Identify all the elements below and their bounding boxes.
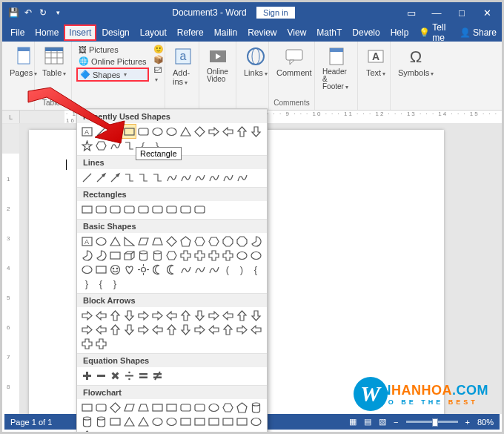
shape-option[interactable] xyxy=(80,401,93,414)
shape-option[interactable] xyxy=(193,203,206,216)
shape-option[interactable] xyxy=(94,309,107,322)
shape-option[interactable] xyxy=(94,263,107,276)
shape-option[interactable] xyxy=(179,263,192,276)
shape-option[interactable]: ) xyxy=(235,263,248,276)
web-layout-icon[interactable]: ▧ xyxy=(379,417,386,427)
redo-icon[interactable]: ↻ xyxy=(38,7,48,18)
shape-option[interactable] xyxy=(207,401,220,414)
shape-option[interactable] xyxy=(94,203,107,216)
shape-option[interactable] xyxy=(221,249,234,262)
shape-option[interactable] xyxy=(221,415,234,428)
smartart-button[interactable]: 🗠 xyxy=(153,65,164,83)
shape-option[interactable] xyxy=(150,171,164,184)
shape-option[interactable] xyxy=(221,171,234,184)
shape-option[interactable] xyxy=(235,125,248,138)
shape-option[interactable] xyxy=(179,249,192,262)
shape-option[interactable] xyxy=(80,337,93,350)
online-video-button[interactable]: Online Video xyxy=(204,45,231,85)
tab-design[interactable]: Design xyxy=(96,24,134,41)
shape-option[interactable] xyxy=(80,429,93,434)
shape-option[interactable] xyxy=(179,171,192,184)
3d-models-button[interactable]: 📦 xyxy=(153,55,164,65)
shape-option[interactable] xyxy=(235,234,248,248)
shape-option[interactable] xyxy=(221,323,234,336)
shape-option[interactable] xyxy=(165,203,178,216)
shape-option[interactable] xyxy=(150,203,164,216)
tab-layout[interactable]: Layout xyxy=(135,24,172,41)
shape-option[interactable] xyxy=(165,263,178,276)
shape-option[interactable] xyxy=(249,309,262,322)
zoom-in-button[interactable]: + xyxy=(465,418,470,427)
shape-option[interactable]: { xyxy=(94,277,107,290)
shape-option[interactable] xyxy=(207,234,220,248)
header-footer-button[interactable]: Header & Footer xyxy=(319,45,353,92)
page-count[interactable]: Page 1 of 1 xyxy=(10,418,52,427)
tab-home[interactable]: Home xyxy=(30,24,64,41)
shape-option[interactable] xyxy=(150,369,164,382)
tab-view[interactable]: View xyxy=(282,24,312,41)
ribbon-display-icon[interactable]: ▭ xyxy=(404,7,419,19)
pictures-button[interactable]: 🖼Pictures xyxy=(76,45,149,55)
shape-option[interactable] xyxy=(165,415,178,428)
shape-option[interactable] xyxy=(193,249,206,262)
shape-option[interactable] xyxy=(235,323,248,336)
close-button[interactable]: ✕ xyxy=(480,7,494,19)
shape-option[interactable] xyxy=(136,263,150,276)
shape-option[interactable] xyxy=(193,263,206,276)
shape-option[interactable]: A xyxy=(80,234,93,248)
shape-option[interactable] xyxy=(165,171,178,184)
shape-option[interactable] xyxy=(235,401,248,414)
shape-option[interactable] xyxy=(179,234,192,248)
shape-option[interactable] xyxy=(193,171,206,184)
shapes-button[interactable]: 🔷Shapes xyxy=(76,68,149,82)
sign-in-button[interactable]: Sign in xyxy=(256,7,295,19)
shape-option[interactable] xyxy=(207,125,220,138)
table-button[interactable]: Table xyxy=(39,45,69,79)
shape-option[interactable]: } xyxy=(80,277,93,290)
shape-option[interactable] xyxy=(122,369,136,382)
tab-help[interactable]: Help xyxy=(385,24,414,41)
shape-option[interactable] xyxy=(249,415,262,428)
shape-option[interactable] xyxy=(249,234,262,248)
shape-option[interactable] xyxy=(150,249,164,262)
shape-option[interactable] xyxy=(235,171,248,184)
shape-option[interactable] xyxy=(108,234,122,248)
shape-option[interactable] xyxy=(122,323,136,336)
shape-option[interactable] xyxy=(207,263,220,276)
shape-option[interactable] xyxy=(80,309,93,322)
shape-option[interactable] xyxy=(249,125,262,138)
text-button[interactable]: A Text xyxy=(362,45,389,79)
shape-option[interactable] xyxy=(165,401,178,414)
shape-option[interactable] xyxy=(193,401,206,414)
shape-option[interactable] xyxy=(207,323,220,336)
shape-option[interactable] xyxy=(249,323,262,336)
shape-option[interactable] xyxy=(108,309,122,322)
shape-option[interactable] xyxy=(122,263,136,276)
undo-icon[interactable]: ↶ xyxy=(23,7,33,18)
shape-option[interactable] xyxy=(108,263,122,276)
shape-option[interactable] xyxy=(122,401,136,414)
shape-option[interactable] xyxy=(122,203,136,216)
tab-review[interactable]: Review xyxy=(242,24,282,41)
shape-option[interactable] xyxy=(80,369,93,382)
qat-dropdown-icon[interactable]: ▾ xyxy=(53,7,63,18)
shape-option[interactable] xyxy=(122,309,136,322)
minimize-button[interactable]: — xyxy=(429,7,444,19)
shape-option[interactable] xyxy=(249,249,262,262)
shape-option[interactable] xyxy=(193,309,206,322)
shape-option[interactable] xyxy=(136,125,150,138)
shape-option[interactable] xyxy=(193,125,206,138)
tab-references[interactable]: Refere xyxy=(172,24,209,41)
shape-option[interactable] xyxy=(94,429,107,434)
shape-option[interactable] xyxy=(150,309,164,322)
shape-option[interactable] xyxy=(150,415,164,428)
shape-option[interactable] xyxy=(122,249,136,262)
shape-option[interactable] xyxy=(165,234,178,248)
shape-option[interactable] xyxy=(108,401,122,414)
shape-option[interactable] xyxy=(108,369,122,382)
shape-option[interactable] xyxy=(179,415,192,428)
shape-option[interactable] xyxy=(94,171,107,184)
shape-option[interactable] xyxy=(108,171,122,184)
zoom-level[interactable]: 80% xyxy=(477,418,494,427)
shape-option[interactable] xyxy=(122,234,136,248)
